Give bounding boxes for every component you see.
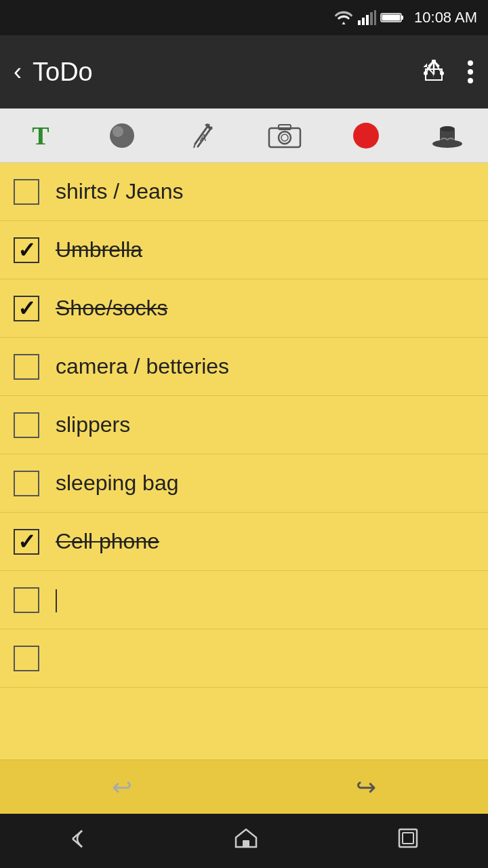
todo-text-3: Shoe/socks — [56, 296, 167, 321]
todo-item-5: slippers — [0, 396, 488, 454]
formatting-toolbar: T A — [0, 108, 488, 163]
app-bar-actions — [420, 60, 474, 84]
pen-icon: A — [188, 121, 218, 151]
todo-item-9 — [0, 629, 488, 688]
checkbox-5[interactable] — [14, 412, 39, 438]
checkbox-2[interactable]: ✓ — [14, 237, 39, 263]
todo-item-6: sleeping bag — [0, 454, 488, 513]
record-icon — [353, 123, 379, 149]
svg-rect-2 — [366, 15, 369, 25]
svg-rect-6 — [401, 16, 403, 20]
nav-home-button[interactable] — [214, 821, 278, 861]
todo-item-1: shirts / Jeans — [0, 163, 488, 221]
svg-rect-31 — [399, 829, 417, 847]
todo-item-10 — [0, 688, 488, 760]
bottom-action-bar: ↩ ↪ — [0, 760, 488, 814]
svg-rect-32 — [403, 833, 413, 844]
todo-text-4: camera / betteries — [56, 354, 229, 379]
svg-rect-3 — [370, 12, 373, 25]
text-format-button[interactable]: T — [14, 115, 68, 156]
checkbox-8[interactable] — [14, 587, 39, 613]
svg-rect-4 — [374, 10, 376, 25]
battery-icon — [380, 12, 405, 24]
svg-point-24 — [279, 132, 291, 144]
svg-rect-30 — [243, 840, 249, 847]
nav-bar — [0, 814, 488, 868]
camera-icon — [268, 123, 302, 149]
todo-item-7: ✓ Cell phone — [0, 513, 488, 571]
svg-point-16 — [110, 123, 134, 148]
app-bar: ‹ ToDo — [0, 35, 488, 108]
back-button[interactable]: ‹ — [14, 58, 22, 86]
checkmark-7: ✓ — [18, 531, 36, 553]
svg-point-13 — [468, 60, 473, 66]
svg-point-29 — [440, 126, 455, 132]
todo-item-3: ✓ Shoe/socks — [0, 279, 488, 338]
todo-text-7: Cell phone — [56, 529, 159, 554]
status-time: 10:08 AM — [414, 9, 477, 26]
checkbox-6[interactable] — [14, 471, 39, 496]
text-cursor — [56, 589, 57, 612]
record-button[interactable] — [339, 115, 393, 156]
note-area: shirts / Jeans ✓ Umbrella ✓ Shoe/socks c… — [0, 163, 488, 760]
svg-line-11 — [426, 61, 434, 73]
svg-point-14 — [468, 69, 473, 75]
pen-button[interactable]: A — [176, 115, 230, 156]
hat-icon — [430, 122, 464, 149]
todo-text-8 — [56, 587, 57, 613]
hat-button[interactable] — [420, 115, 474, 156]
more-icon[interactable] — [466, 60, 474, 84]
svg-text:A: A — [199, 132, 206, 143]
svg-point-15 — [468, 78, 473, 83]
undo-button[interactable]: ↩ — [85, 766, 159, 808]
svg-rect-0 — [358, 20, 361, 25]
todo-text-1: shirts / Jeans — [56, 179, 184, 204]
nav-recent-button[interactable] — [378, 821, 439, 861]
todo-list: shirts / Jeans ✓ Umbrella ✓ Shoe/socks c… — [0, 163, 488, 760]
signal-icon — [357, 10, 376, 25]
redo-button[interactable]: ↪ — [329, 766, 403, 808]
svg-rect-7 — [382, 15, 401, 21]
paint-button[interactable] — [95, 115, 149, 156]
checkbox-1[interactable] — [14, 179, 39, 205]
checkbox-3[interactable]: ✓ — [14, 296, 39, 321]
app-title: ToDo — [33, 58, 420, 87]
todo-item-2: ✓ Umbrella — [0, 221, 488, 279]
svg-point-25 — [281, 134, 288, 141]
svg-point-17 — [113, 126, 123, 137]
wifi-icon — [334, 10, 353, 25]
todo-text-5: slippers — [56, 412, 130, 437]
text-icon: T — [32, 121, 49, 151]
svg-line-12 — [434, 61, 442, 73]
todo-item-8 — [0, 571, 488, 629]
svg-line-21 — [194, 144, 195, 148]
checkmark-3: ✓ — [18, 298, 36, 319]
todo-text-2: Umbrella — [56, 237, 142, 262]
todo-text-6: sleeping bag — [56, 471, 178, 496]
checkbox-7[interactable]: ✓ — [14, 529, 39, 555]
checkbox-9[interactable] — [14, 646, 39, 671]
camera-button[interactable] — [258, 115, 312, 156]
paint-icon — [107, 121, 137, 151]
share-icon[interactable] — [420, 60, 447, 84]
status-icons: 10:08 AM — [334, 9, 477, 26]
svg-rect-1 — [362, 18, 365, 25]
checkbox-4[interactable] — [14, 354, 39, 380]
checkmark-2: ✓ — [18, 239, 36, 261]
todo-item-4: camera / betteries — [0, 338, 488, 396]
nav-back-button[interactable] — [49, 821, 115, 861]
status-bar: 10:08 AM — [0, 0, 488, 35]
